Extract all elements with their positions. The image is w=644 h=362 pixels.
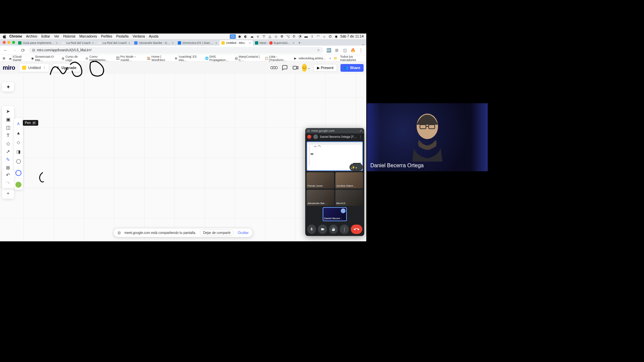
participant-tile[interactable]: Jordina Vilard… (335, 172, 363, 188)
reactions-icon[interactable]: 😊 ⌄ (303, 64, 310, 71)
bookmark-item[interactable]: 🏠Home | WordHero (147, 55, 171, 62)
eraser-tool[interactable]: ◨ (15, 148, 22, 155)
end-call-button[interactable] (351, 225, 362, 234)
present-button[interactable]: ▶ Present (313, 64, 337, 72)
window-close[interactable] (3, 41, 6, 44)
menubar-icon[interactable]: ⌥ (286, 35, 290, 39)
sticky-tool[interactable]: ◫ (3, 123, 13, 131)
mac-menu-app[interactable]: Chrome (9, 35, 22, 38)
pen-thin[interactable]: ∧ (15, 120, 22, 127)
participant-tile[interactable]: Ferran Jover (307, 172, 334, 188)
camera-button[interactable] (318, 225, 327, 234)
menubar-icon[interactable]: ☁ (250, 35, 254, 39)
browser-tab[interactable]: La Red del Coach× (96, 40, 132, 46)
screen-share-indicator[interactable] (230, 34, 236, 39)
pen-smart[interactable]: ◇ (15, 139, 22, 145)
close-icon[interactable]: × (128, 41, 130, 45)
add-tool-button[interactable]: ✦ (2, 82, 14, 92)
meet-more-icon[interactable]: ⋮ (359, 135, 362, 139)
site-info-icon[interactable]: ⊟ (32, 48, 35, 52)
window-minimize[interactable] (7, 41, 10, 44)
miro-logo[interactable]: miro (3, 64, 15, 71)
search-icon[interactable]: ⌕ (322, 35, 326, 39)
wifi-icon[interactable]: ◠ (316, 35, 320, 39)
browser-tab[interactable]: Meet - 🔴 Supervisión Se…× (253, 40, 297, 46)
extension-icon[interactable]: ◫ (342, 48, 347, 53)
close-icon[interactable]: × (249, 41, 251, 45)
browser-tab-active[interactable]: Untitled - Miro× (219, 40, 253, 46)
menubar-icon[interactable]: ⚙ (280, 35, 284, 39)
color-green[interactable] (15, 182, 21, 188)
mic-button[interactable] (307, 225, 316, 234)
reload-button[interactable]: ⟳ (20, 47, 26, 53)
select-tool[interactable]: ➤ (3, 107, 13, 115)
star-icon[interactable]: ☆ (317, 48, 320, 52)
extension-icon[interactable]: ⊞ (334, 48, 339, 53)
bookmark-item[interactable]: ⓂManyContacts | C… (235, 55, 261, 62)
menubar-icon[interactable]: ⎋ (256, 35, 260, 39)
menubar-icon[interactable]: △ (268, 35, 272, 39)
menubar-icon[interactable]: ◉ (238, 35, 242, 39)
bookmark-item[interactable]: ⊕'coaching' ES visu… (175, 55, 202, 62)
pen-tool-active[interactable]: ✎ (3, 156, 13, 164)
participant-tile[interactable]: Alexandre Bar… (307, 190, 334, 206)
templates-tool[interactable]: ▣ (3, 115, 13, 123)
bookmark-item[interactable]: 🌐DNS Propagation… (205, 55, 231, 62)
browser-tab[interactable]: Guía para Implementar Revi…× (16, 40, 60, 46)
tile-more-icon[interactable]: ⋯ (341, 208, 345, 213)
bluetooth-icon[interactable]: ᛒ (310, 35, 314, 39)
share-button[interactable]: 👥 Share (340, 64, 364, 72)
bookmark-overflow[interactable]: » (329, 57, 331, 60)
bookmark-folder-icon[interactable]: 📁 (334, 57, 337, 60)
lasso-tool[interactable]: ◯ (15, 158, 22, 164)
new-tab-button[interactable]: + (297, 40, 303, 46)
bookmark-item[interactable]: ▶videotoblog.ai/sha… (294, 57, 326, 60)
bookmark-item[interactable]: 🄿Pro Mode – Autobl… (116, 55, 144, 62)
more-button[interactable]: ⋮ (340, 225, 348, 234)
bookmark-item[interactable]: ☁iCloud-Daniel (9, 55, 28, 62)
text-tool[interactable]: T (3, 131, 13, 139)
menubar-icon[interactable]: ◔ (298, 35, 302, 39)
menubar-icon[interactable]: ◇ (274, 35, 278, 39)
video-icon[interactable] (292, 64, 299, 71)
meet-shared-screen[interactable]: ✨▴ (307, 141, 363, 171)
effects-button[interactable]: ✨▴ (350, 164, 363, 171)
participant-tile[interactable]: Berni.D (335, 190, 363, 206)
close-icon[interactable]: × (292, 41, 294, 45)
control-center-icon[interactable]: ⌬ (328, 35, 332, 39)
browser-tab[interactable]: Alexandre Bardet - Google D…× (132, 40, 176, 46)
redo-button[interactable]: ↷ (3, 179, 13, 187)
back-button[interactable]: ← (3, 47, 9, 53)
meet-pip-window[interactable]: ⊡ meet.google.com ⤢ Daniel Becerra Orteg… (305, 128, 364, 236)
expand-icon[interactable]: ⤢ (360, 129, 362, 132)
tab-dropdown[interactable]: ⌄ (362, 42, 364, 46)
extension-icon[interactable]: 🔥 (350, 48, 356, 53)
undo-button[interactable]: ↶ (3, 171, 13, 179)
apps-button[interactable]: ⊞ (3, 57, 5, 60)
color-white[interactable] (15, 170, 21, 176)
close-icon[interactable]: × (56, 41, 58, 45)
browser-tab[interactable]: La Red del Coach× (60, 40, 96, 46)
mac-menu-items[interactable]: Chrome Archivo Editar Ver Historial Marc… (9, 35, 158, 38)
board-menu-icon[interactable]: ⋮ (43, 66, 46, 70)
self-tile[interactable]: ⋯ Daniel Becerr… (323, 207, 347, 221)
extension-icon[interactable]: 🔤 (326, 48, 331, 53)
bookmark-item[interactable]: 📋Lista - [Transform… (265, 55, 291, 62)
menubar-icon[interactable]: ① (292, 35, 296, 39)
address-bar[interactable]: ⊟ miro.com/app/board/uXjVL6_MaLk=/ ☆ (29, 47, 323, 54)
comment-icon[interactable] (281, 64, 288, 71)
raise-hand-button[interactable] (329, 225, 338, 234)
stop-share-button[interactable]: Dejar de compartir (200, 230, 233, 236)
more-tools[interactable]: ＋ (3, 189, 13, 197)
siri-icon[interactable]: ◉ (334, 35, 338, 39)
chrome-menu-icon[interactable]: ⋮ (358, 48, 364, 53)
window-maximize[interactable] (12, 41, 15, 44)
menubar-icon[interactable]: ▽ (262, 35, 266, 39)
all-bookmarks[interactable]: Todos los marcadores (340, 55, 364, 62)
close-icon[interactable]: × (172, 41, 174, 45)
menubar-icon[interactable]: ◐ (244, 35, 248, 39)
board-name-pill[interactable]: Untitled ⋮ (19, 63, 49, 72)
pen-highlighter[interactable]: ▲ (15, 129, 22, 136)
hide-banner-button[interactable]: Ocultar (238, 231, 249, 235)
connect-tool[interactable]: ↗ (3, 147, 13, 156)
